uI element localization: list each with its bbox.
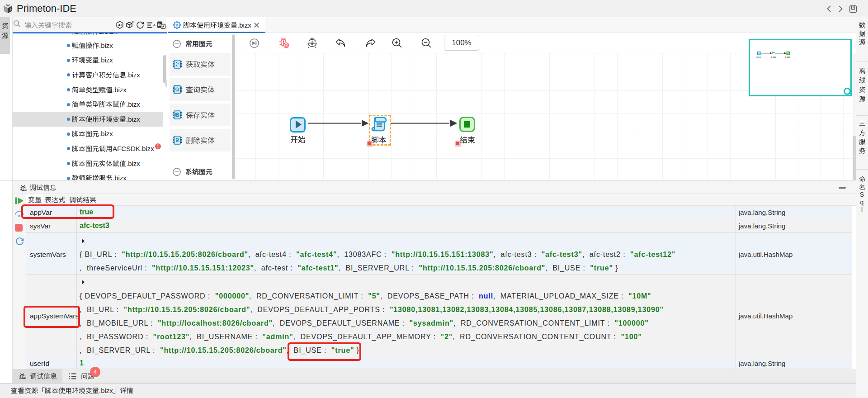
svg-text:.bizx: .bizx — [99, 387, 113, 394]
svg-text:.bizx: .bizx — [126, 115, 140, 123]
svg-text:.bizx: .bizx — [126, 160, 140, 167]
svg-text:★: ★ — [161, 24, 165, 28]
svg-text:.bizx: .bizx — [113, 86, 127, 94]
svg-text:.bizx: .bizx — [126, 71, 140, 79]
svg-text:.bizx: .bizx — [99, 57, 113, 64]
svg-text:.bizx: .bizx — [99, 130, 113, 138]
svg-text:.bizx: .bizx — [99, 42, 113, 49]
svg-text:2.bizx: 2.bizx — [99, 33, 117, 35]
svg-text:.bizx: .bizx — [126, 100, 140, 108]
svg-text:.bizx: .bizx — [237, 21, 251, 29]
svg-text:AI: AI — [118, 23, 122, 27]
svg-text:AFCSDK.bizx: AFCSDK.bizx — [113, 145, 154, 152]
svg-text:.bizx: .bizx — [113, 174, 127, 180]
